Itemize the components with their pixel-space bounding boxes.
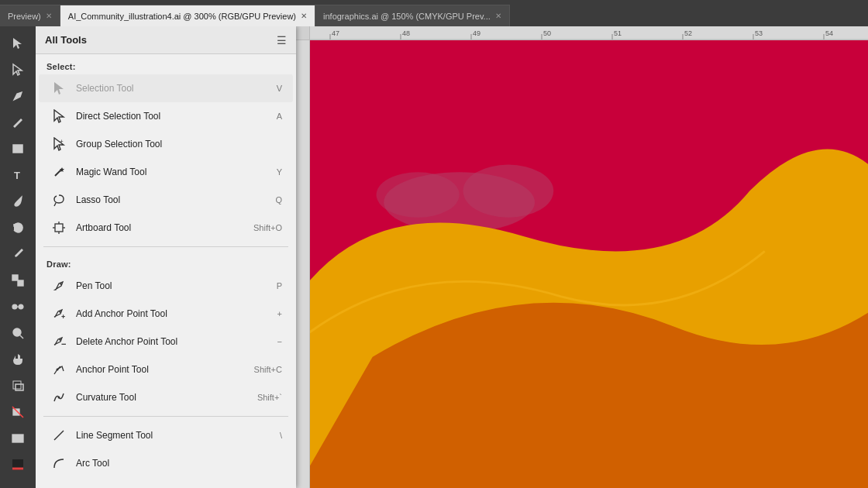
svg-point-9 xyxy=(13,328,21,336)
anchor-point-shortcut: Shift+C xyxy=(254,365,282,374)
panel-menu-icon[interactable]: ☰ xyxy=(277,34,287,46)
svg-marker-0 xyxy=(13,38,22,49)
magic-wand-tool-icon xyxy=(50,163,68,181)
toolbar-direct-selection-icon[interactable] xyxy=(5,57,30,82)
toolbar-hand-icon[interactable] xyxy=(5,347,30,372)
tool-item-direct-selection[interactable]: Direct Selection Tool A xyxy=(39,102,293,130)
pen-shortcut: P xyxy=(277,281,282,290)
svg-marker-1 xyxy=(13,64,22,75)
toolbar-fill-stroke-icon[interactable] xyxy=(5,373,30,398)
svg-point-7 xyxy=(12,304,17,309)
tool-item-arc[interactable]: Arc Tool xyxy=(39,449,293,477)
tab-illustration[interactable]: AI_Community_illustration4.ai @ 300% (RG… xyxy=(60,5,315,26)
svg-point-35 xyxy=(58,397,60,399)
tab-close-icon[interactable]: ✕ xyxy=(46,12,52,20)
toolbar-selection-icon[interactable] xyxy=(5,31,30,56)
toolbar-zoom-icon[interactable] xyxy=(5,321,30,345)
pen-tool-icon xyxy=(50,277,68,295)
all-tools-panel: All Tools ☰ Select: Selection Tool V Dir… xyxy=(36,26,296,488)
toolbar-eyedropper-icon[interactable] xyxy=(5,242,30,266)
tab-label: AI_Community_illustration4.ai @ 300% (RG… xyxy=(68,12,296,21)
toolbar-pen-icon[interactable] xyxy=(5,84,30,108)
toolbar-scale-icon[interactable] xyxy=(5,268,30,293)
tab-infographics[interactable]: infographics.ai @ 150% (CMYK/GPU Prev...… xyxy=(315,5,510,26)
pen-tool-name: Pen Tool xyxy=(76,280,270,291)
toolbar-paintbrush-icon[interactable] xyxy=(5,189,30,214)
line-segment-tool-icon xyxy=(50,426,68,445)
svg-line-36 xyxy=(54,431,64,440)
curvature-shortcut: Shift+` xyxy=(257,393,282,402)
tool-item-curvature[interactable]: Curvature Tool Shift+` xyxy=(39,383,293,411)
tab-label: Preview) xyxy=(8,12,41,21)
toolbar-type-icon[interactable]: T xyxy=(5,163,30,187)
toolbar-pencil-icon[interactable] xyxy=(5,110,30,135)
selection-tool-icon xyxy=(50,79,68,98)
section-draw-label: Draw: xyxy=(36,252,296,272)
line-segment-shortcut: \ xyxy=(280,431,282,440)
tool-item-anchor-point[interactable]: Anchor Point Tool Shift+C xyxy=(39,356,293,383)
tab-bar: Preview) ✕ AI_Community_illustration4.ai… xyxy=(0,0,868,26)
svg-text:48: 48 xyxy=(402,29,410,37)
ruler-side xyxy=(296,40,310,488)
magic-wand-shortcut: Y xyxy=(277,167,282,177)
toolbar-fill-none-icon[interactable] xyxy=(5,400,30,424)
tab-preview[interactable]: Preview) ✕ xyxy=(0,5,60,26)
canvas-main xyxy=(296,40,868,488)
tool-item-selection[interactable]: Selection Tool V xyxy=(39,74,293,102)
add-anchor-tool-icon: + xyxy=(50,304,68,323)
direct-selection-tool-name: Direct Selection Tool xyxy=(76,111,270,122)
svg-point-56 xyxy=(463,165,553,218)
tool-item-artboard[interactable]: Artboard Tool Shift+O xyxy=(39,214,293,242)
left-toolbar: T xyxy=(0,26,36,488)
svg-text:51: 51 xyxy=(614,29,622,37)
selection-tool-shortcut: V xyxy=(277,84,282,93)
svg-text:+: + xyxy=(60,138,64,145)
panel-title: All Tools xyxy=(45,34,87,46)
svg-text:+: + xyxy=(61,313,65,321)
delete-anchor-tool-icon: − xyxy=(50,332,68,351)
svg-marker-19 xyxy=(54,110,64,122)
add-anchor-shortcut: + xyxy=(277,309,282,318)
tool-item-group-selection[interactable]: + Group Selection Tool xyxy=(39,130,293,158)
main-area: T xyxy=(0,26,868,488)
toolbar-rotate-icon[interactable] xyxy=(5,215,30,240)
svg-text:49: 49 xyxy=(473,29,480,37)
direct-selection-tool-icon xyxy=(50,107,68,125)
panel-scroll[interactable]: Select: Selection Tool V Direct Selectio… xyxy=(36,54,296,488)
line-segment-tool-name: Line Segment Tool xyxy=(76,430,274,441)
lasso-shortcut: Q xyxy=(275,195,282,204)
svg-point-8 xyxy=(19,304,23,309)
tool-item-delete-anchor[interactable]: − Delete Anchor Point Tool − xyxy=(39,328,293,356)
add-anchor-tool-name: Add Anchor Point Tool xyxy=(76,308,271,319)
section-divider xyxy=(43,246,288,247)
artboard-tool-icon xyxy=(50,218,68,237)
arc-tool-icon xyxy=(50,454,68,473)
curvature-tool-icon xyxy=(50,388,68,407)
svg-rect-24 xyxy=(55,224,63,232)
delete-anchor-shortcut: − xyxy=(277,337,282,346)
toolbar-screen-mode-icon[interactable] xyxy=(5,426,30,451)
delete-anchor-tool-name: Delete Anchor Point Tool xyxy=(76,336,271,347)
svg-text:−: − xyxy=(61,339,66,349)
curvature-tool-name: Curvature Tool xyxy=(76,392,251,403)
panel-header: All Tools ☰ xyxy=(36,26,296,54)
anchor-point-tool-name: Anchor Point Tool xyxy=(76,364,248,375)
magic-wand-tool-name: Magic Wand Tool xyxy=(76,167,270,177)
tab-close-icon[interactable]: ✕ xyxy=(301,12,307,20)
tool-item-pen[interactable]: Pen Tool P xyxy=(39,272,293,300)
tool-item-add-anchor[interactable]: + Add Anchor Point Tool + xyxy=(39,300,293,328)
tab-label: infographics.ai @ 150% (CMYK/GPU Prev... xyxy=(323,12,491,21)
tool-item-magic-wand[interactable]: Magic Wand Tool Y xyxy=(39,158,293,186)
tool-item-line-segment[interactable]: Line Segment Tool \ xyxy=(39,421,293,449)
tool-item-lasso[interactable]: Lasso Tool Q xyxy=(39,186,293,214)
section-select-label: Select: xyxy=(36,54,296,74)
lasso-tool-icon xyxy=(50,191,68,209)
toolbar-rectangle-icon[interactable] xyxy=(5,136,30,161)
canvas-area: 47 48 49 50 51 52 53 54 xyxy=(296,26,868,488)
tab-close-icon[interactable]: ✕ xyxy=(495,12,501,20)
draw-divider xyxy=(43,416,288,417)
toolbar-blend-icon[interactable] xyxy=(5,294,30,319)
artwork[interactable] xyxy=(310,40,868,488)
artboard-shortcut: Shift+O xyxy=(253,223,282,232)
toolbar-swatch-icon[interactable] xyxy=(5,452,30,477)
